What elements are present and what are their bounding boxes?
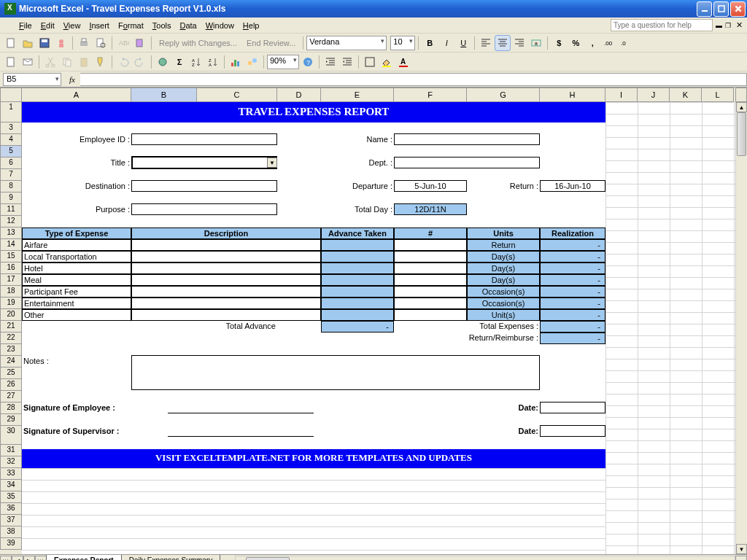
permission-button[interactable]: [53, 35, 69, 51]
zoom-selector[interactable]: 90%: [267, 55, 299, 69]
save-button[interactable]: [36, 35, 53, 51]
autosum-button[interactable]: Σ: [171, 54, 187, 70]
row-header-37[interactable]: 37: [0, 515, 22, 526]
borders-button[interactable]: [362, 54, 378, 70]
row-header-22[interactable]: 22: [0, 332, 22, 344]
table-cell-type-4[interactable]: Participant Fee: [22, 286, 131, 298]
hyperlink-button[interactable]: [155, 54, 171, 70]
menu-tools[interactable]: Tools: [148, 20, 176, 31]
row-header-33[interactable]: 33: [0, 468, 22, 480]
col-header-h[interactable]: H: [540, 88, 605, 102]
field-return[interactable]: 16-Jun-10: [540, 180, 605, 192]
table-cell-desc-1[interactable]: [131, 251, 321, 262]
decrease-indent-button[interactable]: [322, 54, 338, 70]
chart-wizard-button[interactable]: [228, 54, 244, 70]
row-header-14[interactable]: 14: [0, 239, 22, 251]
horizontal-scrollbar[interactable]: [235, 556, 735, 561]
redo-button[interactable]: [132, 54, 148, 70]
table-cell-type-0[interactable]: Airfare: [22, 239, 131, 251]
field-date-2[interactable]: [540, 425, 605, 437]
menu-data[interactable]: Data: [175, 20, 201, 31]
comma-button[interactable]: ,: [584, 35, 600, 51]
table-cell-advance-2[interactable]: [321, 262, 394, 274]
currency-button[interactable]: $: [551, 35, 567, 51]
row-header-34[interactable]: 34: [0, 480, 22, 491]
row-header-11[interactable]: 11: [0, 204, 22, 216]
row-header-36[interactable]: 36: [0, 503, 22, 515]
col-header-k[interactable]: K: [670, 88, 702, 102]
sort-desc-button[interactable]: ZA: [205, 54, 221, 70]
row-header-18[interactable]: 18: [0, 286, 22, 298]
help-search-input[interactable]: [611, 19, 713, 31]
tab-first-button[interactable]: ⏮: [0, 556, 12, 561]
row-header-27[interactable]: 27: [0, 391, 22, 402]
table-cell-advance-3[interactable]: [321, 274, 394, 286]
cut-button[interactable]: [42, 54, 58, 70]
table-cell-num-6[interactable]: [394, 309, 467, 321]
row-header-5[interactable]: 5: [0, 146, 22, 158]
table-cell-desc-2[interactable]: [131, 262, 321, 274]
row-header-35[interactable]: 35: [0, 491, 22, 503]
doc-close-button[interactable]: ✕: [734, 20, 744, 31]
col-header-g[interactable]: G: [467, 88, 540, 102]
tab-prev-button[interactable]: ◀: [12, 556, 23, 561]
new-button[interactable]: [3, 35, 19, 51]
row-header-26[interactable]: 26: [0, 379, 22, 391]
field-employee-id[interactable]: [131, 133, 277, 145]
table-cell-num-4[interactable]: [394, 286, 467, 298]
underline-button[interactable]: U: [455, 35, 471, 51]
table-cell-advance-6[interactable]: [321, 309, 394, 321]
col-header-e[interactable]: E: [321, 88, 394, 102]
table-cell-type-2[interactable]: Hotel: [22, 262, 131, 274]
sheet-tab-expenses-report[interactable]: Expenses Report: [46, 555, 122, 560]
window-minimize-button[interactable]: [697, 1, 712, 17]
field-purpose[interactable]: [131, 203, 277, 215]
sort-asc-button[interactable]: AZ: [188, 54, 204, 70]
row-header-8[interactable]: 8: [0, 181, 22, 192]
scroll-up-icon[interactable]: ▲: [736, 102, 747, 112]
table-cell-advance-4[interactable]: [321, 286, 394, 298]
font-size-selector[interactable]: 10: [390, 36, 415, 50]
row-header-6[interactable]: 6: [0, 158, 22, 169]
row-header-38[interactable]: 38: [0, 526, 22, 538]
window-close-button[interactable]: [730, 1, 746, 17]
menu-insert[interactable]: Insert: [85, 20, 114, 31]
table-cell-desc-6[interactable]: [131, 309, 321, 321]
field-date-1[interactable]: [540, 402, 605, 413]
email-button[interactable]: [20, 54, 36, 70]
table-cell-desc-5[interactable]: [131, 298, 321, 309]
col-header-d[interactable]: D: [277, 88, 321, 102]
row-header-9[interactable]: 9: [0, 192, 22, 204]
row-header-15[interactable]: 15: [0, 251, 22, 262]
vscroll-thumb[interactable]: [737, 112, 746, 156]
table-cell-num-3[interactable]: [394, 274, 467, 286]
window-maximize-button[interactable]: [713, 1, 729, 17]
table-cell-type-1[interactable]: Local Transportation: [22, 251, 131, 262]
percent-button[interactable]: %: [568, 35, 584, 51]
menu-view[interactable]: View: [59, 20, 85, 31]
select-all-corner[interactable]: [0, 88, 22, 102]
research-button[interactable]: [132, 35, 148, 51]
row-header-17[interactable]: 17: [0, 274, 22, 286]
col-header-a[interactable]: A: [22, 88, 131, 102]
row-header-31[interactable]: 31: [0, 445, 22, 456]
row-header-7[interactable]: 7: [0, 169, 22, 181]
fill-color-button[interactable]: [379, 54, 395, 70]
table-cell-type-5[interactable]: Entertainment: [22, 298, 131, 309]
align-right-button[interactable]: [511, 35, 527, 51]
field-notes[interactable]: [131, 355, 540, 390]
row-header-25[interactable]: 25: [0, 368, 22, 379]
table-cell-type-6[interactable]: Other: [22, 309, 131, 321]
merge-center-button[interactable]: a: [528, 35, 544, 51]
increase-indent-button[interactable]: [339, 54, 355, 70]
sheet-tab-daily-summary[interactable]: Daily Expenses Summary: [121, 555, 220, 560]
table-cell-desc-0[interactable]: [131, 239, 321, 251]
fx-icon[interactable]: fx: [66, 73, 79, 86]
print-button[interactable]: [76, 35, 92, 51]
decrease-decimal-button[interactable]: .0: [618, 35, 634, 51]
menu-help[interactable]: Help: [239, 20, 264, 31]
col-header-b[interactable]: B: [131, 88, 197, 102]
new-blank-button[interactable]: [3, 54, 19, 70]
drawing-button[interactable]: [244, 54, 260, 70]
doc-minimize-button[interactable]: ▬: [716, 22, 722, 29]
